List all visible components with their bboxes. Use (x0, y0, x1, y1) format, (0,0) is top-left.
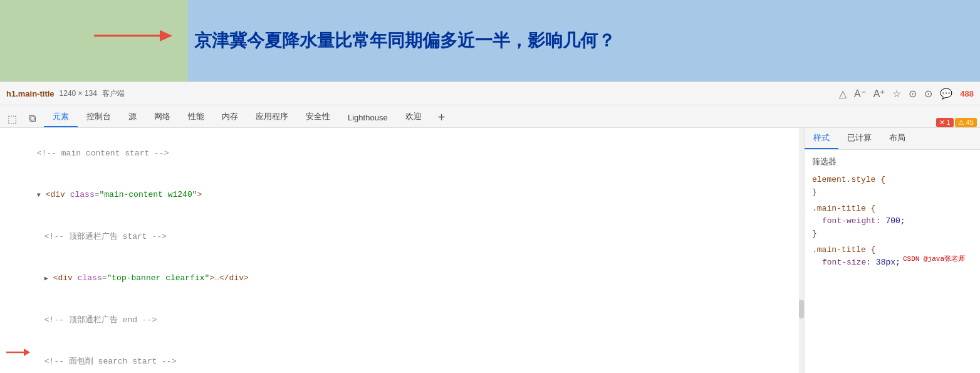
html-panel[interactable]: <!-- main content start --> ▼ <div class… (0, 128, 805, 373)
preview-area: 京津冀今夏降水量比常年同期偏多近一半，影响几何？ (0, 0, 980, 81)
tab-memory[interactable]: 内存 (213, 107, 247, 127)
html-line-comment4: <!-- 面包削 search start --> (8, 341, 796, 373)
element-info: h1.main-title 1240 × 134 客户端 (6, 88, 125, 99)
preview-title: 京津冀今夏降水量比常年同期偏多近一半，影响几何？ (194, 29, 615, 52)
devtools-toolbar: h1.main-title 1240 × 134 客户端 △ A⁻ A⁺ ☆ ⊙… (0, 81, 980, 105)
tab-performance[interactable]: 性能 (179, 107, 213, 127)
css-selector-element: element.style { (812, 175, 885, 184)
css-selector-main-title1: .main-title { (812, 204, 875, 213)
html-line-comment2: <!-- 顶部通栏广告 start --> (8, 216, 796, 258)
warning-badge: ⚠ 45 (955, 118, 977, 127)
tab-layout[interactable]: 布局 (880, 128, 914, 149)
scrollbar-thumb (799, 300, 804, 318)
css-close-brace1: } (812, 187, 817, 197)
toolbar-right: △ A⁻ A⁺ ☆ ⊙ ⊙ 💬 488 (839, 88, 974, 100)
css-selector-main-title2: .main-title { (812, 245, 875, 255)
filter-label: 筛选器 (812, 157, 837, 167)
scrollbar[interactable] (799, 128, 804, 373)
tab-computed[interactable]: 已计算 (838, 128, 880, 149)
tab-console[interactable]: 控制台 (78, 107, 120, 127)
font-increase-icon[interactable]: A⁺ (873, 88, 885, 100)
main-area: <!-- main content start --> ▼ <div class… (0, 128, 980, 373)
tab-security[interactable]: 安全性 (297, 107, 339, 127)
add-tab-button[interactable]: + (433, 108, 451, 127)
share-icon[interactable]: ⊙ (924, 88, 932, 100)
css-value-font-weight: 700; (885, 216, 905, 226)
tab-icon-group: ⬚ ⧉ (3, 110, 41, 127)
font-decrease-icon[interactable]: A⁻ (854, 88, 866, 100)
css-value-font-size: 38px; (876, 258, 900, 267)
css-rule-main-title-size: .main-title { font-size: 38px; CSDN @jav… (812, 244, 972, 269)
css-rule-main-title-weight: .main-title { font-weight: 700; } (812, 202, 972, 240)
tab-network[interactable]: 网络 (145, 107, 179, 127)
star-icon[interactable]: ☆ (892, 88, 901, 100)
element-tag: h1.main-title (6, 89, 55, 98)
tab-elements[interactable]: 元素 (44, 107, 78, 127)
tab-application[interactable]: 应用程序 (247, 107, 297, 127)
css-close-brace2: } (812, 229, 817, 238)
tab-sources[interactable]: 源 (120, 107, 145, 127)
svg-marker-1 (160, 30, 172, 41)
styles-content: 筛选器 element.style { } .main-title { font… (805, 150, 980, 373)
red-arrow-h1-icon (6, 346, 31, 359)
html-line-comment1: <!-- main content start --> (8, 133, 796, 174)
inspect-icon[interactable]: ⬚ (3, 110, 21, 127)
element-dims: 1240 × 134 (60, 89, 97, 98)
right-tabs: 样式 已计算 布局 (805, 128, 980, 150)
tab-lighthouse[interactable]: Lighthouse (339, 109, 397, 127)
devtools-tabs-bar: ⬚ ⧉ 元素 控制台 源 网络 性能 内存 应用程序 安全性 Lighthous… (0, 105, 980, 128)
tab-welcome[interactable]: 欢迎 (397, 107, 430, 127)
preview-banner: 京津冀今夏降水量比常年同期偏多近一半，影响几何？ (188, 0, 980, 81)
weibo-icon[interactable]: ⊙ (909, 88, 917, 100)
css-prop-font-weight: font-weight (822, 216, 876, 226)
warning-triangle-icon[interactable]: △ (839, 88, 847, 100)
element-client: 客户端 (102, 88, 125, 99)
comment-icon[interactable]: 💬 (940, 88, 952, 100)
error-badge: ✕ 1 (936, 118, 954, 127)
html-line-div-main[interactable]: ▼ <div class="main-content w1240"> (8, 174, 796, 216)
html-line-comment3: <!-- 顶部通栏广告 end --> (8, 300, 796, 341)
tab-styles[interactable]: 样式 (805, 128, 838, 149)
styles-panel: 样式 已计算 布局 筛选器 element.style { } .main-ti… (805, 128, 980, 373)
html-line-top-banner[interactable]: ▶ <div class="top-banner clearfix">…</di… (8, 258, 796, 300)
red-arrow-icon (94, 25, 175, 47)
csdn-watermark: CSDN @java张老师 (903, 253, 965, 265)
comment-count: 488 (960, 89, 974, 98)
device-icon[interactable]: ⧉ (23, 110, 41, 127)
css-rule-element-style: element.style { } (812, 174, 972, 199)
css-prop-font-size: font-size (822, 258, 866, 267)
svg-marker-3 (24, 349, 30, 356)
filter-row: 筛选器 (812, 156, 972, 167)
